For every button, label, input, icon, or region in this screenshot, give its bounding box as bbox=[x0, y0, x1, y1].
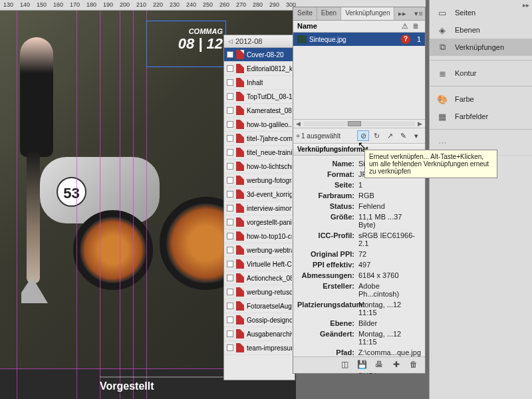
tab-pages[interactable]: Seite bbox=[293, 7, 317, 20]
tab-links[interactable]: Verknüpfungen bbox=[341, 7, 394, 20]
book-document-item[interactable]: team-impressum bbox=[224, 341, 295, 355]
book-document-item[interactable]: werbung-fotogra bbox=[224, 174, 295, 188]
panel-collapse-icon[interactable]: ▸▸ bbox=[394, 7, 410, 20]
info-value: 1 bbox=[358, 181, 421, 189]
book-document-item[interactable]: how-to-galileo... bbox=[224, 118, 295, 132]
edit-original-button[interactable]: ✎ bbox=[397, 130, 409, 141]
book-document-item[interactable]: 3d-event_korrigi bbox=[224, 188, 295, 201]
footer-btn-1[interactable]: ◫ bbox=[338, 360, 350, 370]
footer-save-icon[interactable]: 💾 bbox=[356, 360, 368, 370]
ruler-tick: 250 bbox=[203, 1, 213, 8]
footer-print-icon[interactable]: 🖶 bbox=[373, 360, 385, 370]
links-panel[interactable]: Seite Eben Verknüpfungen ▸▸ ▾≡ Name ⚠ 🗎 … bbox=[293, 7, 426, 374]
link-page-num: 1 bbox=[413, 35, 421, 43]
ruler-tick: 290 bbox=[269, 1, 279, 8]
panel-menu-icon[interactable]: ▾≡ bbox=[410, 7, 426, 20]
links-column-header[interactable]: Name ⚠ 🗎 bbox=[293, 21, 425, 33]
checkbox[interactable] bbox=[227, 107, 233, 114]
relink-button[interactable]: ⊘ bbox=[357, 130, 369, 141]
info-key: ICC-Profil: bbox=[297, 231, 358, 247]
checkbox[interactable] bbox=[227, 93, 233, 100]
update-link-button[interactable]: ↗ bbox=[384, 130, 396, 141]
book-document-item[interactable]: FotoraetselAugu bbox=[224, 299, 295, 313]
checkbox[interactable] bbox=[227, 65, 233, 72]
text-frame[interactable] bbox=[146, 21, 226, 67]
book-document-item[interactable]: interview-simon bbox=[224, 201, 295, 215]
doc-name: team-impressum bbox=[247, 344, 292, 352]
dock-collapse-icon[interactable]: ▸▸ bbox=[523, 1, 529, 9]
checkbox[interactable] bbox=[227, 177, 233, 184]
checkbox[interactable] bbox=[227, 233, 233, 239]
doc-name: werbung-retusch bbox=[247, 289, 292, 296]
checkbox[interactable] bbox=[227, 51, 233, 58]
checkbox[interactable] bbox=[227, 289, 233, 295]
book-document-item[interactable]: Editorial0812_ko bbox=[224, 62, 295, 76]
book-header[interactable]: 2012-08 bbox=[224, 35, 295, 48]
checkbox[interactable] bbox=[227, 303, 233, 309]
checkbox[interactable] bbox=[227, 275, 233, 281]
dock-label: Farbfelder bbox=[455, 112, 488, 120]
links-hscrollbar[interactable]: ◀ ▶ bbox=[293, 119, 425, 128]
dock-item-farbe[interactable]: 🎨Farbe bbox=[430, 90, 532, 108]
book-document-item[interactable]: Cover-08-20 bbox=[224, 48, 295, 62]
book-document-item[interactable]: titel-7jahre-com bbox=[224, 132, 295, 146]
info-key: Status: bbox=[297, 202, 358, 210]
book-document-item[interactable]: Inhalt bbox=[224, 76, 295, 90]
checkbox[interactable] bbox=[227, 219, 233, 225]
book-document-item[interactable]: titel_neue-trainin bbox=[224, 146, 295, 160]
ruler-tick: 180 bbox=[86, 1, 96, 8]
book-document-list[interactable]: Cover-08-20Editorial0812_koInhaltTopTutD… bbox=[224, 48, 295, 355]
dock-item-farbfelder[interactable]: ▦Farbfelder bbox=[430, 108, 532, 125]
scroll-left-icon[interactable]: ◀ bbox=[296, 120, 301, 127]
checkbox[interactable] bbox=[227, 344, 233, 351]
book-document-item[interactable]: werbung-retusch bbox=[224, 285, 295, 299]
book-document-item[interactable]: Ausgabenarchiv bbox=[224, 327, 295, 341]
scroll-thumb[interactable] bbox=[348, 121, 361, 126]
ruler-tick: 200 bbox=[120, 1, 130, 8]
options-icon[interactable]: ▾ bbox=[410, 130, 422, 141]
links-footer: ◫ 💾 🖶 ✚ 🗑 bbox=[293, 356, 425, 373]
link-info-row: Farbraum:RGB bbox=[297, 190, 421, 201]
checkbox[interactable] bbox=[227, 317, 233, 323]
dock-item-ebenen[interactable]: ◈Ebenen bbox=[430, 21, 532, 39]
checkbox[interactable] bbox=[227, 191, 233, 198]
checkbox[interactable] bbox=[227, 261, 233, 267]
checkbox[interactable] bbox=[227, 331, 233, 337]
indesign-doc-icon bbox=[236, 120, 244, 129]
scroll-right-icon[interactable]: ▶ bbox=[418, 120, 422, 127]
book-document-item[interactable]: Gossip-designco bbox=[224, 313, 295, 327]
book-document-item[interactable]: how-to-top10-cs bbox=[224, 229, 295, 243]
book-document-item[interactable]: Virtuelle Heft-C bbox=[224, 257, 295, 271]
dock-item-kontur[interactable]: ≣Kontur bbox=[430, 65, 532, 82]
checkbox[interactable] bbox=[227, 121, 233, 128]
checkbox[interactable] bbox=[227, 79, 233, 86]
link-thumbnail-icon bbox=[297, 35, 307, 43]
dock-item-collapsed[interactable]: ⋯ bbox=[430, 134, 532, 151]
book-document-item[interactable]: how-to-lichtschra bbox=[224, 160, 295, 174]
book-document-item[interactable]: Kameratest_081 bbox=[224, 104, 295, 118]
tab-layers[interactable]: Eben bbox=[317, 7, 341, 20]
link-info-body: Name:SiFormat:JPSeite:1Farbraum:RGBStatu… bbox=[293, 156, 425, 379]
illustration-vehicle: 53 bbox=[27, 130, 226, 303]
book-document-item[interactable]: vorgestellt-pani bbox=[224, 215, 295, 229]
section-heading[interactable]: Vorgestellt bbox=[100, 376, 233, 392]
checkbox[interactable] bbox=[227, 247, 233, 253]
ruler-tick: 170 bbox=[70, 1, 80, 8]
ruler-tick: 140 bbox=[20, 1, 30, 8]
footer-add-icon[interactable]: ✚ bbox=[390, 360, 402, 370]
dock-item-seiten[interactable]: ▭Seiten bbox=[430, 4, 532, 21]
book-document-item[interactable]: werbung-webtra bbox=[224, 243, 295, 257]
checkbox[interactable] bbox=[227, 163, 233, 170]
checkbox[interactable] bbox=[227, 149, 233, 156]
book-document-item[interactable]: TopTutDL_08-12 bbox=[224, 90, 295, 104]
dock-item-verknüpfungen[interactable]: ⧉Verknüpfungen bbox=[430, 39, 532, 56]
goto-link-button[interactable]: ↻ bbox=[370, 130, 382, 141]
checkbox[interactable] bbox=[227, 205, 233, 211]
footer-trash-icon[interactable]: 🗑 bbox=[408, 360, 420, 370]
link-row-selected[interactable]: Sinteque.jpg ? 1 bbox=[293, 33, 425, 46]
missing-link-icon: ? bbox=[401, 35, 410, 44]
indesign-doc-icon bbox=[236, 343, 244, 352]
checkbox[interactable] bbox=[227, 135, 233, 142]
book-document-item[interactable]: Actioncheck_081 bbox=[224, 271, 295, 285]
book-panel[interactable]: 2012-08 Cover-08-20Editorial0812_koInhal… bbox=[223, 35, 295, 380]
